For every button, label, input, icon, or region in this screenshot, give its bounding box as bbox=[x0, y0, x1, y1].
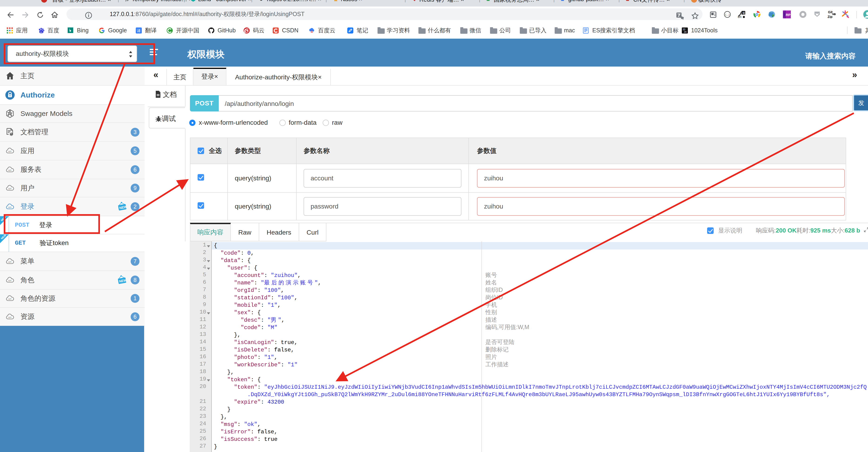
svg-text:Git: Git bbox=[828, 10, 833, 14]
svg-text:API: API bbox=[8, 206, 11, 208]
svg-text:API: API bbox=[8, 150, 11, 153]
svg-text:API: API bbox=[8, 261, 11, 263]
svg-text:API: API bbox=[8, 169, 11, 172]
svg-text:API: API bbox=[8, 280, 11, 282]
svg-text:RP: RP bbox=[786, 13, 790, 17]
svg-text:10: 10 bbox=[683, 28, 685, 31]
svg-text:du: du bbox=[40, 31, 42, 33]
svg-text:en: en bbox=[738, 15, 742, 19]
svg-text:Zip: Zip bbox=[828, 15, 832, 19]
svg-text:API: API bbox=[8, 298, 11, 300]
svg-text:API: API bbox=[8, 188, 11, 190]
svg-text:{…}: {…} bbox=[725, 13, 730, 16]
svg-text:API: API bbox=[8, 316, 11, 319]
svg-text:译: 译 bbox=[137, 29, 141, 33]
svg-text:英: 英 bbox=[742, 11, 745, 15]
svg-text:24: 24 bbox=[684, 31, 687, 33]
